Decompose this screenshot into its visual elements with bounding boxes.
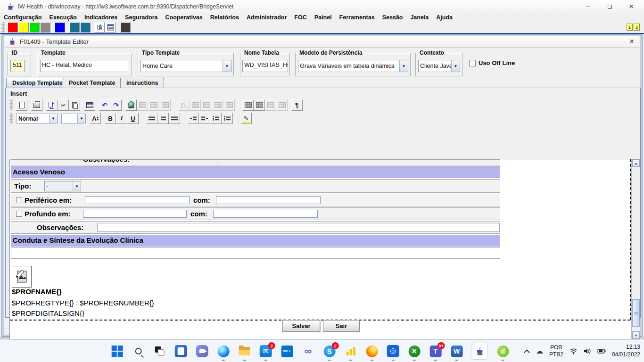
conduta-input[interactable] (11, 248, 500, 258)
search-button[interactable] (132, 345, 145, 357)
show-table-grid-button[interactable] (242, 99, 254, 111)
insert-table-button[interactable] (84, 99, 95, 111)
edge-button[interactable] (217, 345, 230, 357)
menu-execucao[interactable]: Execução (46, 14, 81, 21)
red-color-button[interactable] (8, 22, 18, 33)
observacoes-input[interactable] (97, 223, 500, 232)
scroll-up-button[interactable]: ▲ (632, 159, 640, 167)
menu-seguradora[interactable]: Seguradora (121, 14, 161, 21)
bold-button[interactable]: B (105, 113, 116, 124)
undo-button[interactable]: ↶ (99, 99, 110, 111)
table-borders-button[interactable] (254, 99, 265, 111)
font-scale-button[interactable]: A▴▾ (90, 113, 101, 124)
menu-ferramentas[interactable]: Ferramentas (336, 14, 379, 21)
id-field[interactable]: 511 (10, 60, 25, 72)
bullet-list-button[interactable] (222, 113, 233, 124)
highlight-button[interactable]: ✎ (240, 113, 252, 124)
scrollbar-thumb[interactable] (632, 299, 640, 327)
indent-button[interactable] (199, 113, 210, 124)
editor-scrollbar[interactable]: ▲ ▼ (631, 159, 640, 339)
maximize-button[interactable] (599, 0, 620, 13)
visual-editor-canvas[interactable]: Observações: Acesso Venoso Tipo: · ▼ Pe (9, 159, 640, 339)
redo-button[interactable]: ↷ (110, 99, 122, 111)
blue-color-button[interactable] (55, 22, 65, 33)
page-shortcut-2[interactable]: 2 (634, 24, 640, 31)
align-center-button[interactable] (157, 113, 169, 124)
align-right-button[interactable] (169, 113, 180, 124)
tipo-combo[interactable]: · ▼ (44, 181, 81, 191)
menu-cooperativas[interactable]: Cooperativas (162, 14, 206, 21)
menu-sessao[interactable]: Sessão (379, 14, 407, 21)
italic-button[interactable]: I (116, 113, 127, 124)
toolbar-drag-handle[interactable] (9, 100, 13, 110)
page-shortcut-1[interactable]: 1 (627, 24, 633, 31)
start-button[interactable] (111, 345, 124, 357)
profundo-input[interactable] (83, 210, 187, 218)
teams-button[interactable]: T9+ (429, 345, 442, 357)
clock[interactable]: 12:13 04/01/2022 (612, 344, 640, 358)
java-app-button[interactable] (472, 345, 488, 357)
signature-image-placeholder[interactable] (12, 266, 32, 288)
new-document-button[interactable] (16, 99, 27, 111)
teal-color-button-1[interactable] (69, 22, 80, 33)
uso-offline-option[interactable]: Uso Off Line (469, 59, 515, 66)
menu-janela[interactable]: Janela (406, 14, 432, 21)
dell-app-button[interactable]: DELL (281, 345, 293, 357)
salvar-button[interactable]: Salvar (282, 320, 320, 332)
profundo-com-input[interactable] (213, 210, 318, 218)
print-button[interactable] (31, 99, 42, 111)
tab-insructions[interactable]: insructions (120, 78, 164, 88)
fingerprint-app-button[interactable] (387, 345, 399, 357)
widgets-button[interactable] (175, 345, 187, 357)
word-button[interactable]: W (451, 345, 463, 357)
profundo-checkbox[interactable] (16, 211, 22, 217)
tab-desktop-template[interactable]: Desktop Template (6, 78, 69, 88)
dark-color-button[interactable] (120, 22, 131, 33)
periferico-com-input[interactable] (216, 196, 321, 204)
close-button[interactable]: × (620, 0, 642, 13)
paste-button[interactable] (69, 99, 80, 111)
task-view-button[interactable] (154, 345, 166, 357)
chat-button[interactable] (196, 345, 208, 357)
speaker-icon[interactable] (584, 348, 591, 354)
outdent-button[interactable] (188, 113, 199, 124)
menu-ajuda[interactable]: Ajuda (432, 14, 456, 21)
form-window-button[interactable] (105, 22, 116, 33)
paragraph-style-combo[interactable]: Normal ▼ (16, 114, 58, 123)
teal-color-button-2[interactable] (80, 22, 91, 33)
menu-relatorios[interactable]: Relatórios (206, 14, 243, 21)
template-field[interactable]: HC - Relat. Médico (40, 60, 129, 72)
minimize-button[interactable] (577, 0, 599, 13)
modelo-persistencia-combo[interactable]: Grava Váriaveis em tabela dinâmica ▼ (298, 60, 408, 72)
tipo-template-combo[interactable]: Home Care ▼ (140, 60, 231, 72)
tray-overflow-chevron-icon[interactable] (524, 349, 530, 355)
periferico-checkbox[interactable] (16, 197, 22, 203)
menu-painel[interactable]: Painel (311, 14, 336, 21)
contexto-combo[interactable]: Cliente Java ▼ (418, 60, 460, 72)
nome-tabela-field[interactable]: WD_VISITAS_HC (242, 60, 288, 72)
copy-button[interactable] (46, 99, 58, 111)
menu-indicadores[interactable]: Indicadores (81, 14, 121, 21)
green-color-button[interactable] (29, 22, 40, 33)
toolbar-drag-handle[interactable] (1, 22, 5, 33)
toolbar-drag-handle[interactable] (9, 113, 13, 123)
uso-offline-checkbox[interactable] (469, 60, 476, 66)
show-paragraph-button[interactable]: ¶ (291, 99, 303, 111)
cut-button[interactable]: ✂ (58, 99, 69, 111)
menu-configuracao[interactable]: Configuração (0, 14, 46, 21)
underline-button[interactable]: U (127, 113, 139, 124)
yellow-color-button[interactable] (18, 22, 29, 33)
periferico-input[interactable] (85, 196, 190, 204)
skype-button[interactable]: S2 (323, 345, 336, 357)
menu-administrador[interactable]: Administrador (243, 14, 290, 21)
mail-button[interactable]: ✉2 (260, 345, 272, 357)
scroll-down-button[interactable]: ▼ (632, 331, 640, 339)
frame-close-button[interactable]: × (627, 37, 636, 46)
tree-view-button[interactable] (94, 22, 105, 33)
insert-link-button[interactable] (125, 99, 137, 111)
menu-foc[interactable]: FOC (290, 14, 310, 21)
gray-color-button[interactable] (40, 22, 50, 33)
align-left-button[interactable] (146, 113, 157, 124)
sair-button[interactable]: Sair (323, 320, 360, 332)
power-bi-button[interactable] (345, 345, 357, 357)
